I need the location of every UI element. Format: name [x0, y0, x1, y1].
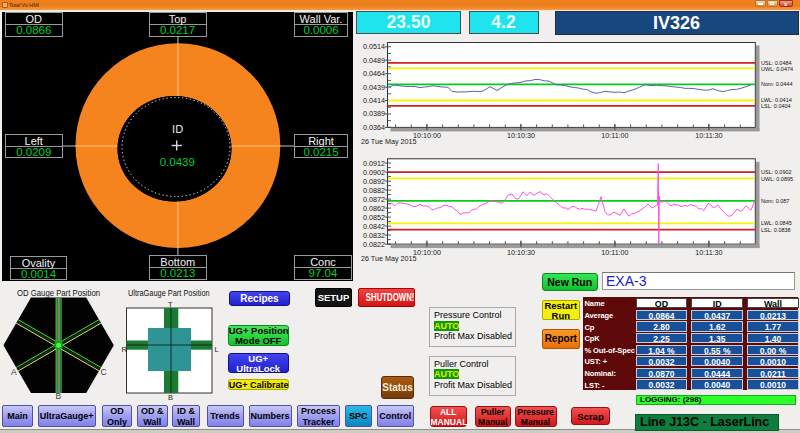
svg-text:10:11:30: 10:11:30 [695, 248, 722, 257]
svg-text:0.0852: 0.0852 [363, 213, 385, 222]
svg-text:0.0842: 0.0842 [363, 222, 385, 231]
svg-text:A: A [11, 367, 17, 377]
svg-text:B: B [56, 391, 62, 401]
svg-text:0.0872: 0.0872 [363, 195, 385, 204]
svg-text:0.0892: 0.0892 [363, 177, 385, 186]
svg-text:T: T [168, 300, 173, 309]
svg-text:UWL: 0.0895: UWL: 0.0895 [761, 176, 793, 182]
svg-text:Nom: 0.0444: Nom: 0.0444 [761, 81, 793, 87]
svg-text:0.0902: 0.0902 [363, 168, 385, 177]
svg-text:10:11:00: 10:11:00 [601, 131, 628, 140]
svg-text:0.0912: 0.0912 [363, 159, 385, 168]
svg-text:10:10:00: 10:10:00 [413, 131, 441, 140]
svg-text:0.0439: 0.0439 [363, 83, 385, 92]
svg-text:LWL: 0.0845: LWL: 0.0845 [761, 220, 792, 226]
svg-text:26 Tue May 2015: 26 Tue May 2015 [361, 137, 417, 146]
svg-text:LSL: 0.0838: LSL: 0.0838 [761, 227, 791, 233]
svg-text:C: C [101, 367, 107, 377]
svg-text:R: R [122, 345, 128, 354]
svg-text:USL: 0.0902: USL: 0.0902 [761, 169, 792, 175]
svg-text:0.0489: 0.0489 [363, 56, 385, 65]
svg-text:26 Tue May 2015: 26 Tue May 2015 [361, 254, 417, 263]
svg-text:10:10:30: 10:10:30 [507, 131, 535, 140]
svg-text:0.0514: 0.0514 [363, 42, 385, 51]
svg-text:Nom: 0.087: Nom: 0.087 [761, 198, 789, 204]
svg-text:0.0464: 0.0464 [363, 69, 385, 78]
svg-text:0.0414: 0.0414 [363, 96, 385, 105]
svg-text:0.0439: 0.0439 [160, 156, 195, 168]
svg-text:0.0822: 0.0822 [363, 240, 385, 249]
svg-text:10:10:00: 10:10:00 [413, 248, 441, 257]
svg-text:ID: ID [172, 123, 183, 135]
svg-text:0.0882: 0.0882 [363, 186, 385, 195]
svg-text:L: L [215, 345, 219, 354]
svg-text:10:11:30: 10:11:30 [695, 131, 722, 140]
svg-text:B: B [168, 393, 173, 402]
svg-text:10:11:00: 10:11:00 [601, 248, 628, 257]
svg-text:LSL: 0.0404: LSL: 0.0404 [761, 103, 791, 109]
svg-text:0.0389: 0.0389 [363, 109, 385, 118]
svg-text:0.0832: 0.0832 [363, 231, 385, 240]
svg-text:UWL: 0.0474: UWL: 0.0474 [761, 66, 793, 72]
svg-text:0.0862: 0.0862 [363, 204, 385, 213]
svg-text:10:10:30: 10:10:30 [507, 248, 535, 257]
svg-text:0.0364: 0.0364 [363, 123, 385, 132]
